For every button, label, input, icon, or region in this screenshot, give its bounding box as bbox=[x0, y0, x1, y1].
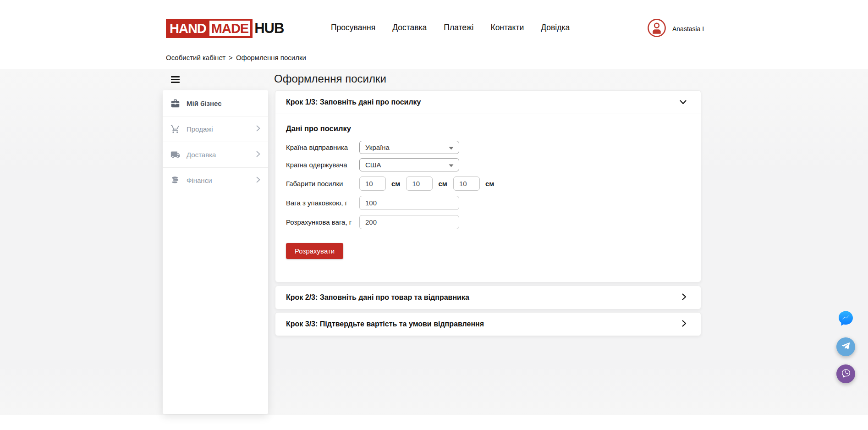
unit-cm-label: см bbox=[485, 180, 494, 187]
nav-item-delivery[interactable]: Доставка bbox=[392, 23, 427, 33]
recipient-country-value: США bbox=[365, 161, 381, 169]
briefcase-icon bbox=[170, 99, 180, 108]
step-1-header[interactable]: Крок 1/3: Заповніть дані про посилку bbox=[275, 91, 701, 114]
page-title: Оформлення посилки bbox=[274, 72, 386, 85]
sender-country-value: Україна bbox=[365, 143, 390, 151]
sender-country-select[interactable]: Україна bbox=[359, 141, 459, 154]
step-1-panel: Крок 1/3: Заповніть дані про посилку Дан… bbox=[275, 90, 701, 282]
cart-icon bbox=[170, 124, 180, 134]
chevron-right-icon bbox=[256, 151, 260, 159]
dimension-height-input[interactable] bbox=[453, 176, 480, 191]
chevron-right-icon bbox=[682, 320, 687, 329]
messenger-button[interactable] bbox=[836, 310, 855, 329]
sidebar-item-label: Мій бізнес bbox=[187, 99, 260, 107]
step-1-title: Крок 1/3: Заповніть дані про посилку bbox=[286, 98, 421, 106]
sidebar: Мій бізнес Продажі Доставка bbox=[163, 90, 268, 414]
breadcrumb-current: Оформлення посилки bbox=[236, 54, 306, 61]
breadcrumb-separator: > bbox=[229, 54, 233, 61]
user-name: Anastasia I bbox=[672, 25, 704, 33]
logo-made: MADE bbox=[209, 21, 250, 36]
weight-input[interactable] bbox=[359, 196, 459, 210]
dimensions-label: Габарити посилки bbox=[286, 180, 359, 187]
sender-country-label: Країна відправника bbox=[286, 143, 359, 151]
nav-item-help[interactable]: Довідка bbox=[541, 23, 570, 33]
sidebar-item-label: Доставка bbox=[187, 151, 256, 159]
step-3-title: Крок 3/3: Підтвердьте вартість та умови … bbox=[286, 320, 484, 328]
main-nav: Просування Доставка Платежі Контакти Дов… bbox=[331, 23, 570, 33]
estimated-weight-row: Розрахункова вага, г bbox=[286, 215, 690, 229]
sidebar-item-label: Продажі bbox=[187, 125, 256, 133]
sidebar-item-sales[interactable]: Продажі bbox=[163, 116, 268, 142]
unit-cm-label: см bbox=[438, 180, 447, 187]
chevron-right-icon bbox=[256, 125, 260, 133]
messenger-icon bbox=[836, 309, 855, 330]
nav-item-payments[interactable]: Платежі bbox=[444, 23, 473, 33]
breadcrumb-cabinet-link[interactable]: Особистий кабінет bbox=[166, 54, 225, 61]
chevron-right-icon bbox=[682, 293, 687, 302]
recipient-country-select[interactable]: США bbox=[359, 158, 459, 171]
dimension-length-input[interactable] bbox=[359, 176, 386, 191]
sidebar-item-delivery[interactable]: Доставка bbox=[163, 142, 268, 167]
truck-icon bbox=[170, 150, 180, 160]
parcel-form: Дані про посилку Країна відправника Укра… bbox=[275, 114, 701, 259]
user-menu[interactable]: Anastasia I bbox=[647, 18, 704, 39]
viber-button[interactable] bbox=[836, 364, 855, 383]
step-2-title: Крок 2/3: Заповніть дані про товар та ві… bbox=[286, 293, 469, 302]
caret-down-icon bbox=[449, 161, 454, 169]
weight-row: Вага з упаковкою, г bbox=[286, 196, 690, 210]
nav-item-contacts[interactable]: Контакти bbox=[490, 23, 524, 33]
step-2-panel: Крок 2/3: Заповніть дані про товар та ві… bbox=[275, 286, 701, 309]
step-3-header[interactable]: Крок 3/3: Підтвердьте вартість та умови … bbox=[275, 313, 701, 336]
recipient-country-label: Країна одержувача bbox=[286, 161, 359, 169]
estimated-weight-input[interactable] bbox=[359, 215, 459, 229]
logo-hub: HUB bbox=[254, 20, 284, 37]
chevron-down-icon bbox=[680, 98, 687, 106]
step-2-header[interactable]: Крок 2/3: Заповніть дані про товар та ві… bbox=[275, 286, 701, 309]
telegram-icon bbox=[841, 341, 851, 353]
sidebar-item-label: Фінанси bbox=[187, 176, 256, 184]
chevron-right-icon bbox=[256, 176, 260, 185]
page: HAND MADE HUB Просування Доставка Платеж… bbox=[0, 0, 868, 430]
avatar-icon bbox=[647, 18, 666, 39]
sidebar-item-my-business[interactable]: Мій бізнес bbox=[163, 90, 268, 116]
nav-item-promotion[interactable]: Просування bbox=[331, 23, 375, 33]
breadcrumb: Особистий кабінет > Оформлення посилки bbox=[166, 54, 306, 61]
header: HAND MADE HUB Просування Доставка Платеж… bbox=[0, 0, 868, 69]
menu-toggle-icon[interactable] bbox=[171, 76, 180, 83]
sender-country-row: Країна відправника Україна bbox=[286, 141, 690, 154]
dimensions-row: Габарити посилки см см см bbox=[286, 176, 690, 191]
calculate-button[interactable]: Розрахувати bbox=[286, 243, 343, 259]
logo[interactable]: HAND MADE HUB bbox=[166, 19, 284, 38]
unit-cm-label: см bbox=[391, 180, 400, 187]
dimension-width-input[interactable] bbox=[406, 176, 433, 191]
social-buttons bbox=[836, 310, 855, 383]
sidebar-item-finance[interactable]: Фінанси bbox=[163, 167, 268, 193]
telegram-button[interactable] bbox=[836, 337, 855, 356]
form-heading: Дані про посилку bbox=[286, 124, 690, 133]
weight-label: Вага з упаковкою, г bbox=[286, 199, 359, 207]
viber-icon bbox=[841, 368, 852, 380]
logo-hand: HAND bbox=[170, 21, 206, 36]
logo-box: HAND MADE bbox=[166, 19, 253, 38]
estimated-weight-label: Розрахункова вага, г bbox=[286, 218, 359, 226]
caret-down-icon bbox=[449, 143, 454, 151]
coins-icon bbox=[170, 176, 180, 185]
step-3-panel: Крок 3/3: Підтвердьте вартість та умови … bbox=[275, 312, 701, 336]
recipient-country-row: Країна одержувача США bbox=[286, 158, 690, 171]
